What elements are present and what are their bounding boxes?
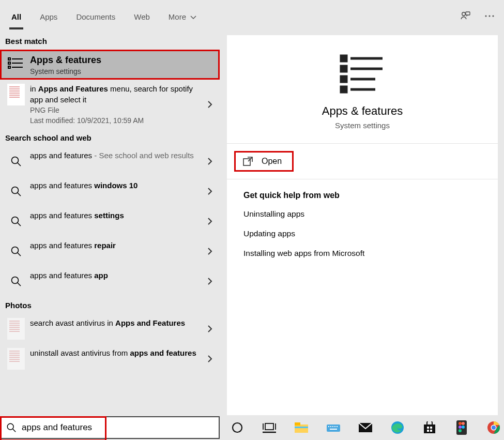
svg-rect-21	[341, 56, 346, 61]
svg-rect-44	[334, 426, 335, 427]
svg-rect-7	[8, 62, 10, 64]
taskbar-store-icon[interactable]	[421, 419, 438, 436]
chevron-right-icon	[207, 277, 212, 285]
svg-rect-27	[341, 87, 346, 92]
svg-rect-23	[341, 66, 346, 71]
svg-rect-5	[8, 58, 10, 60]
svg-point-58	[462, 426, 465, 429]
tab-more[interactable]: More	[166, 3, 198, 29]
svg-rect-46	[330, 429, 337, 430]
help-link-uninstall[interactable]: Uninstalling apps	[227, 204, 498, 224]
web-result-1[interactable]: apps and features - See school and web r…	[0, 146, 220, 176]
result-filetype: PNG File	[30, 106, 201, 114]
result-title: apps and features repair	[30, 240, 201, 251]
result-title: apps and features - See school and web r…	[30, 150, 201, 161]
taskbar-figma-icon[interactable]	[453, 419, 470, 436]
chevron-right-icon	[207, 187, 212, 195]
help-link-update[interactable]: Updating apps	[227, 224, 498, 244]
search-icon	[5, 240, 27, 262]
help-link-install-web[interactable]: Installing web apps from Microsoft	[227, 244, 498, 263]
svg-rect-9	[8, 66, 10, 68]
taskbar-mail-icon[interactable]	[357, 419, 374, 436]
svg-rect-52	[427, 430, 429, 432]
svg-rect-38	[295, 422, 300, 426]
svg-line-20	[18, 283, 21, 286]
result-png-file[interactable]: in Apps and Features menu, search for sp…	[0, 80, 220, 129]
chevron-right-icon	[207, 217, 212, 225]
svg-point-17	[12, 247, 19, 253]
taskbar-taskview-icon[interactable]	[261, 419, 278, 436]
web-result-4[interactable]: apps and features repair	[0, 236, 220, 266]
chevron-right-icon	[207, 247, 212, 255]
help-header: Get quick help from web	[227, 179, 498, 204]
section-best-match: Best match	[0, 32, 220, 50]
svg-rect-1	[466, 12, 470, 15]
svg-point-59	[459, 429, 462, 432]
chevron-right-icon	[207, 157, 212, 165]
web-result-3[interactable]: apps and features settings	[0, 206, 220, 236]
svg-point-4	[492, 15, 494, 17]
photo-result-2[interactable]: uninstall avast antivirus from apps and …	[0, 344, 220, 374]
chevron-right-icon	[207, 355, 212, 363]
feedback-icon[interactable]	[460, 10, 471, 22]
search-icon	[5, 180, 27, 202]
search-box[interactable]	[0, 416, 220, 439]
svg-point-62	[492, 426, 496, 430]
file-thumbnail-icon	[5, 348, 27, 370]
svg-line-16	[18, 223, 21, 226]
search-icon	[5, 270, 27, 292]
tab-apps[interactable]: Apps	[38, 3, 59, 29]
svg-rect-50	[427, 427, 429, 429]
web-result-5[interactable]: apps and features app	[0, 266, 220, 296]
result-modified: Last modified: 10/9/2021, 10:59 AM	[30, 116, 201, 125]
svg-rect-39	[295, 427, 308, 428]
search-filter-bar: All Apps Documents Web More	[0, 0, 504, 32]
photo-result-1[interactable]: search avast antivirus in Apps and Featu…	[0, 314, 220, 344]
search-icon	[5, 150, 27, 172]
svg-rect-40	[327, 424, 340, 432]
taskbar-cortana-icon[interactable]	[229, 419, 246, 436]
taskbar-keyboard-icon[interactable]	[325, 419, 342, 436]
svg-point-32	[233, 423, 242, 432]
svg-point-30	[7, 423, 13, 430]
svg-line-14	[18, 193, 21, 196]
open-button[interactable]: Open	[234, 151, 294, 172]
web-result-2[interactable]: apps and features windows 10	[0, 176, 220, 206]
taskbar-edge-icon[interactable]	[389, 419, 406, 436]
svg-point-13	[12, 187, 19, 193]
svg-point-56	[462, 422, 465, 425]
svg-rect-51	[430, 427, 432, 429]
open-icon	[243, 157, 253, 166]
search-input[interactable]	[22, 417, 219, 438]
chevron-down-icon	[190, 16, 196, 20]
svg-rect-45	[337, 426, 338, 427]
file-thumbnail-icon	[5, 318, 27, 340]
tab-all[interactable]: All	[9, 3, 23, 29]
svg-rect-42	[330, 426, 331, 427]
result-subtitle: System settings	[30, 67, 201, 75]
preview-subtitle: System settings	[227, 121, 498, 130]
taskbar-chrome-icon[interactable]	[485, 419, 502, 436]
result-title: apps and features settings	[30, 210, 201, 221]
svg-rect-33	[265, 423, 273, 430]
chevron-right-icon	[207, 325, 212, 333]
svg-rect-49	[424, 424, 435, 433]
svg-point-0	[462, 12, 465, 16]
svg-rect-54	[456, 420, 467, 435]
tab-web[interactable]: Web	[132, 3, 152, 29]
preview-large-icon	[227, 35, 498, 101]
result-title: apps and features app	[30, 270, 201, 281]
svg-rect-43	[332, 426, 333, 427]
result-apps-and-features[interactable]: Apps & features System settings	[0, 50, 220, 80]
more-options-icon[interactable]	[484, 14, 495, 18]
tab-more-label: More	[169, 12, 186, 21]
search-icon	[1, 422, 22, 433]
result-title: in Apps and Features menu, search for sp…	[30, 84, 201, 105]
taskbar-file-explorer-icon[interactable]	[293, 419, 310, 436]
file-thumbnail-icon	[5, 84, 27, 105]
result-title: uninstall avast antivirus from apps and …	[30, 348, 201, 358]
svg-point-55	[459, 422, 462, 425]
result-title: Apps & features	[30, 54, 201, 66]
tab-documents[interactable]: Documents	[74, 3, 117, 29]
result-title: apps and features windows 10	[30, 180, 201, 191]
